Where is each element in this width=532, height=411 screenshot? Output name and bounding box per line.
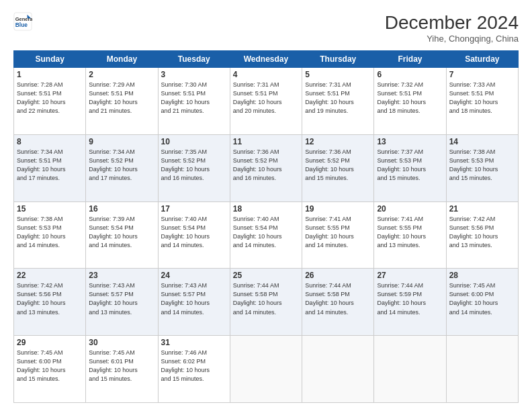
col-monday: Monday <box>86 51 158 68</box>
day-cell: 28Sunrise: 7:45 AMSunset: 6:00 PMDayligh… <box>446 269 518 336</box>
day-info: Sunrise: 7:43 AMSunset: 5:57 PMDaylight:… <box>161 281 227 316</box>
day-info: Sunrise: 7:31 AMSunset: 5:51 PMDaylight:… <box>305 81 371 116</box>
day-cell: 21Sunrise: 7:42 AMSunset: 5:56 PMDayligh… <box>446 201 518 269</box>
calendar-header-row: Sunday Monday Tuesday Wednesday Thursday… <box>14 51 519 68</box>
week-row-2: 8Sunrise: 7:34 AMSunset: 5:51 PMDaylight… <box>14 134 519 201</box>
day-number: 6 <box>377 70 443 79</box>
week-row-1: 1Sunrise: 7:28 AMSunset: 5:51 PMDaylight… <box>14 68 519 135</box>
day-cell <box>230 336 302 403</box>
day-cell: 10Sunrise: 7:35 AMSunset: 5:52 PMDayligh… <box>158 134 230 201</box>
day-cell: 9Sunrise: 7:34 AMSunset: 5:52 PMDaylight… <box>86 134 158 201</box>
day-info: Sunrise: 7:30 AMSunset: 5:51 PMDaylight:… <box>161 81 227 116</box>
day-number: 28 <box>449 271 515 280</box>
day-number: 17 <box>161 204 227 214</box>
header: General Blue December 2024 Yihe, Chongqi… <box>13 12 519 44</box>
day-info: Sunrise: 7:41 AMSunset: 5:55 PMDaylight:… <box>377 215 443 250</box>
month-title: December 2024 <box>385 12 519 34</box>
day-info: Sunrise: 7:36 AMSunset: 5:52 PMDaylight:… <box>233 148 299 183</box>
day-cell: 3Sunrise: 7:30 AMSunset: 5:51 PMDaylight… <box>158 68 230 135</box>
day-info: Sunrise: 7:29 AMSunset: 5:51 PMDaylight:… <box>89 81 154 116</box>
col-wednesday: Wednesday <box>230 51 302 68</box>
col-friday: Friday <box>374 51 446 68</box>
day-cell <box>302 336 374 403</box>
day-number: 19 <box>305 204 371 214</box>
col-sunday: Sunday <box>14 51 86 68</box>
day-cell: 1Sunrise: 7:28 AMSunset: 5:51 PMDaylight… <box>14 68 86 135</box>
week-row-5: 29Sunrise: 7:45 AMSunset: 6:00 PMDayligh… <box>14 336 519 403</box>
day-cell: 19Sunrise: 7:41 AMSunset: 5:55 PMDayligh… <box>302 201 374 269</box>
day-info: Sunrise: 7:38 AMSunset: 5:53 PMDaylight:… <box>449 148 515 183</box>
day-number: 2 <box>89 70 154 79</box>
day-number: 24 <box>161 271 227 280</box>
logo: General Blue <box>13 12 32 31</box>
day-number: 7 <box>449 70 515 79</box>
day-cell: 11Sunrise: 7:36 AMSunset: 5:52 PMDayligh… <box>230 134 302 201</box>
day-number: 8 <box>17 137 83 146</box>
day-number: 13 <box>377 137 443 146</box>
page: General Blue December 2024 Yihe, Chongqi… <box>0 0 532 411</box>
day-info: Sunrise: 7:46 AMSunset: 6:02 PMDaylight:… <box>161 349 227 383</box>
day-info: Sunrise: 7:32 AMSunset: 5:51 PMDaylight:… <box>377 81 443 116</box>
day-cell <box>374 336 446 403</box>
day-info: Sunrise: 7:44 AMSunset: 5:58 PMDaylight:… <box>305 281 371 316</box>
logo-icon: General Blue <box>13 12 32 31</box>
day-number: 1 <box>17 70 83 79</box>
day-cell: 5Sunrise: 7:31 AMSunset: 5:51 PMDaylight… <box>302 68 374 135</box>
day-info: Sunrise: 7:28 AMSunset: 5:51 PMDaylight:… <box>17 81 83 116</box>
day-cell: 22Sunrise: 7:42 AMSunset: 5:56 PMDayligh… <box>14 269 86 336</box>
day-info: Sunrise: 7:34 AMSunset: 5:52 PMDaylight:… <box>89 148 154 183</box>
day-info: Sunrise: 7:40 AMSunset: 5:54 PMDaylight:… <box>233 215 299 250</box>
day-cell: 20Sunrise: 7:41 AMSunset: 5:55 PMDayligh… <box>374 201 446 269</box>
day-cell: 2Sunrise: 7:29 AMSunset: 5:51 PMDaylight… <box>86 68 158 135</box>
title-block: December 2024 Yihe, Chongqing, China <box>385 12 519 44</box>
day-cell: 12Sunrise: 7:36 AMSunset: 5:52 PMDayligh… <box>302 134 374 201</box>
day-number: 27 <box>377 271 443 280</box>
day-info: Sunrise: 7:38 AMSunset: 5:53 PMDaylight:… <box>17 215 83 250</box>
day-cell: 29Sunrise: 7:45 AMSunset: 6:00 PMDayligh… <box>14 336 86 403</box>
day-number: 14 <box>449 137 515 146</box>
calendar: Sunday Monday Tuesday Wednesday Thursday… <box>13 50 519 403</box>
day-cell: 17Sunrise: 7:40 AMSunset: 5:54 PMDayligh… <box>158 201 230 269</box>
day-info: Sunrise: 7:44 AMSunset: 5:59 PMDaylight:… <box>377 281 443 316</box>
day-info: Sunrise: 7:42 AMSunset: 5:56 PMDaylight:… <box>449 215 515 250</box>
day-info: Sunrise: 7:41 AMSunset: 5:55 PMDaylight:… <box>305 215 371 250</box>
day-cell <box>446 336 518 403</box>
day-number: 20 <box>377 204 443 214</box>
day-cell: 16Sunrise: 7:39 AMSunset: 5:54 PMDayligh… <box>86 201 158 269</box>
day-number: 23 <box>89 271 154 280</box>
day-number: 31 <box>161 338 227 347</box>
day-info: Sunrise: 7:42 AMSunset: 5:56 PMDaylight:… <box>17 281 83 316</box>
svg-text:Blue: Blue <box>15 21 28 28</box>
day-info: Sunrise: 7:40 AMSunset: 5:54 PMDaylight:… <box>161 215 227 250</box>
day-cell: 27Sunrise: 7:44 AMSunset: 5:59 PMDayligh… <box>374 269 446 336</box>
day-cell: 6Sunrise: 7:32 AMSunset: 5:51 PMDaylight… <box>374 68 446 135</box>
day-info: Sunrise: 7:36 AMSunset: 5:52 PMDaylight:… <box>305 148 371 183</box>
col-tuesday: Tuesday <box>158 51 230 68</box>
day-cell: 23Sunrise: 7:43 AMSunset: 5:57 PMDayligh… <box>86 269 158 336</box>
day-info: Sunrise: 7:45 AMSunset: 6:01 PMDaylight:… <box>89 349 154 383</box>
day-cell: 14Sunrise: 7:38 AMSunset: 5:53 PMDayligh… <box>446 134 518 201</box>
day-info: Sunrise: 7:43 AMSunset: 5:57 PMDaylight:… <box>89 281 154 316</box>
location: Yihe, Chongqing, China <box>385 34 519 44</box>
day-cell: 4Sunrise: 7:31 AMSunset: 5:51 PMDaylight… <box>230 68 302 135</box>
day-cell: 31Sunrise: 7:46 AMSunset: 6:02 PMDayligh… <box>158 336 230 403</box>
day-number: 11 <box>233 137 299 146</box>
day-number: 12 <box>305 137 371 146</box>
day-info: Sunrise: 7:31 AMSunset: 5:51 PMDaylight:… <box>233 81 299 116</box>
week-row-4: 22Sunrise: 7:42 AMSunset: 5:56 PMDayligh… <box>14 269 519 336</box>
day-cell: 26Sunrise: 7:44 AMSunset: 5:58 PMDayligh… <box>302 269 374 336</box>
day-cell: 18Sunrise: 7:40 AMSunset: 5:54 PMDayligh… <box>230 201 302 269</box>
day-cell: 8Sunrise: 7:34 AMSunset: 5:51 PMDaylight… <box>14 134 86 201</box>
day-number: 5 <box>305 70 371 79</box>
day-number: 10 <box>161 137 227 146</box>
day-info: Sunrise: 7:33 AMSunset: 5:51 PMDaylight:… <box>449 81 515 116</box>
day-number: 21 <box>449 204 515 214</box>
day-info: Sunrise: 7:45 AMSunset: 6:00 PMDaylight:… <box>17 349 83 383</box>
day-number: 18 <box>233 204 299 214</box>
day-number: 4 <box>233 70 299 79</box>
day-info: Sunrise: 7:39 AMSunset: 5:54 PMDaylight:… <box>89 215 154 250</box>
day-number: 16 <box>89 204 154 214</box>
day-cell: 25Sunrise: 7:44 AMSunset: 5:58 PMDayligh… <box>230 269 302 336</box>
day-cell: 7Sunrise: 7:33 AMSunset: 5:51 PMDaylight… <box>446 68 518 135</box>
day-cell: 30Sunrise: 7:45 AMSunset: 6:01 PMDayligh… <box>86 336 158 403</box>
